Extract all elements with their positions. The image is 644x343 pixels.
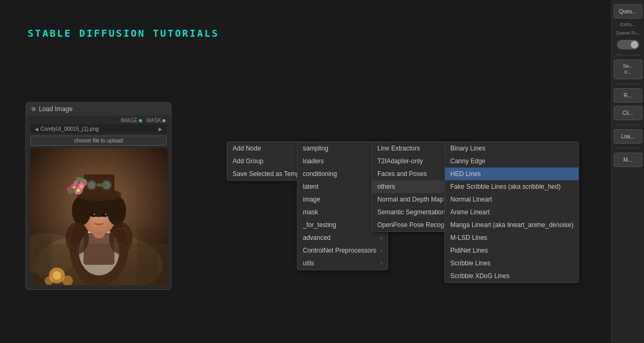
menu-add-group-label: Add Group <box>233 157 263 165</box>
menu-scribble-lines-label: Scribble Lines <box>450 260 490 267</box>
svg-rect-41 <box>137 228 158 285</box>
advanced-arrow: › <box>381 235 382 241</box>
sidebar-divider-4 <box>615 148 641 148</box>
menu-controlnet[interactable]: ControlNet Preprocessors › <box>298 244 387 257</box>
r-button[interactable]: R... <box>614 88 642 103</box>
menu-for-testing-label: _for_testing <box>303 221 336 229</box>
menu-loaders-label: loaders <box>303 157 324 165</box>
m-button[interactable]: M... <box>614 153 642 167</box>
steampunk-artwork <box>30 148 168 285</box>
menu-semantic-seg-label: Semantic Segmentation <box>377 208 445 216</box>
load-image-card: Load Image IMAGE MASK ◀ ComfyUI_00015_(1… <box>26 102 171 290</box>
image-dot <box>139 119 142 122</box>
app-title: STABLE DIFFUSION TUTORIALS <box>28 28 219 39</box>
menu-latent-label: latent <box>303 183 318 190</box>
menu-image-label: image <box>303 196 320 203</box>
mask-label-text: MASK <box>146 118 161 123</box>
svg-point-43 <box>53 271 61 280</box>
menu-utils-label: utils <box>303 260 314 267</box>
svg-point-27 <box>80 185 82 187</box>
svg-point-25 <box>77 189 80 192</box>
menu-mlsd-lines[interactable]: M-LSD Lines <box>445 231 579 244</box>
mask-label: MASK <box>146 118 166 123</box>
menu-fake-scribble[interactable]: Fake Scribble Lines (aka scribble_hed) <box>445 180 579 193</box>
menu-faces-poses-label: Faces and Poses <box>377 170 427 178</box>
menu-canny-edge-label: Canny Edge <box>450 157 485 165</box>
menu-manga-lineart-label: Manga Lineart (aka lineart_anime_denoise… <box>450 221 573 229</box>
menu-pidinet-lines-label: PidiNet Lines <box>450 247 488 254</box>
cli-button[interactable]: Cli... <box>614 106 642 120</box>
sidebar-divider-2 <box>615 83 641 84</box>
mask-dot <box>162 119 166 122</box>
svg-rect-18 <box>97 183 106 187</box>
queue-fr-label: Queue Fr... <box>616 30 640 36</box>
utils-arrow: › <box>381 261 382 266</box>
menu-advanced[interactable]: advanced › <box>298 231 387 244</box>
card-image <box>30 148 168 285</box>
card-title: Load Image <box>39 105 72 113</box>
filename-right-arrow: ▶ <box>159 127 162 132</box>
menu-scribble-xdog-label: Scribble XDoG Lines <box>450 272 509 280</box>
svg-point-31 <box>102 213 108 217</box>
menu-t2i-adapter-label: T2IAdapter-only <box>377 157 423 165</box>
menu-add-node-label: Add Node <box>233 145 261 152</box>
svg-point-34 <box>97 217 101 221</box>
menu-pidinet-lines[interactable]: PidiNet Lines <box>445 244 579 257</box>
menu-scribble-xdog[interactable]: Scribble XDoG Lines <box>445 270 579 282</box>
context-menu-level4: Binary Lines Canny Edge HED Lines Fake S… <box>444 141 579 283</box>
menu-advanced-label: advanced <box>303 234 331 241</box>
menu-scribble-lines[interactable]: Scribble Lines <box>445 257 579 270</box>
svg-point-32 <box>94 214 95 215</box>
menu-normal-depth-label: Normal and Depth Map <box>377 196 443 203</box>
filename-left-arrow: ◀ <box>35 127 38 132</box>
queue-button[interactable]: Queu... <box>614 4 642 19</box>
right-sidebar: Queu... Extra... Queue Fr... Sa...F... R… <box>611 0 644 343</box>
menu-binary-lines[interactable]: Binary Lines <box>445 142 579 155</box>
menu-manga-lineart[interactable]: Manga Lineart (aka lineart_anime_denoise… <box>445 219 579 231</box>
sidebar-divider-1 <box>615 55 641 55</box>
image-label: IMAGE <box>120 118 142 123</box>
menu-controlnet-label: ControlNet Preprocessors <box>303 247 376 254</box>
svg-point-30 <box>90 213 96 217</box>
filename-text: ComfyUI_00015_(1).png <box>40 126 159 132</box>
svg-point-26 <box>73 186 76 189</box>
upload-button[interactable]: choose file to upload <box>30 136 167 146</box>
menu-line-extractors-label: Line Extractors <box>377 145 420 152</box>
extra-label: Extra... <box>620 22 635 27</box>
menu-hed-lines-label: HED Lines <box>450 170 481 178</box>
menu-sampling-label: sampling <box>303 145 328 152</box>
controlnet-arrow: › <box>381 248 382 254</box>
filename-row: ◀ ComfyUI_00015_(1).png ▶ <box>30 124 167 133</box>
menu-hed-lines[interactable]: HED Lines <box>445 168 579 180</box>
artwork-svg <box>30 148 168 285</box>
svg-point-16 <box>88 181 95 189</box>
sidebar-divider-3 <box>615 124 641 125</box>
menu-mask-label: mask <box>303 208 318 216</box>
menu-anime-lineart-label: Anime Lineart <box>450 208 490 216</box>
card-dot <box>31 107 36 111</box>
menu-anime-lineart[interactable]: Anime Lineart <box>445 206 579 219</box>
card-header: Load Image <box>26 103 171 115</box>
svg-point-33 <box>105 214 107 215</box>
load-button[interactable]: Loa... <box>614 129 642 144</box>
menu-binary-lines-label: Binary Lines <box>450 145 485 152</box>
menu-normal-lineart[interactable]: Normal Lineart <box>445 193 579 206</box>
menu-fake-scribble-label: Fake Scribble Lines (aka scribble_hed) <box>450 183 560 190</box>
menu-mlsd-lines-label: M-LSD Lines <box>450 234 487 241</box>
card-labels: IMAGE MASK <box>26 115 171 124</box>
menu-conditioning-label: conditioning <box>303 170 337 178</box>
queue-toggle[interactable] <box>617 40 639 49</box>
menu-utils[interactable]: utils › <box>298 257 387 270</box>
save-button[interactable]: Sa...F... <box>614 60 642 79</box>
image-label-text: IMAGE <box>120 118 137 123</box>
menu-others-label: others <box>377 183 395 190</box>
menu-normal-lineart-label: Normal Lineart <box>450 196 492 203</box>
svg-point-45 <box>45 277 53 285</box>
menu-canny-edge[interactable]: Canny Edge <box>445 155 579 168</box>
svg-point-22 <box>73 180 79 186</box>
